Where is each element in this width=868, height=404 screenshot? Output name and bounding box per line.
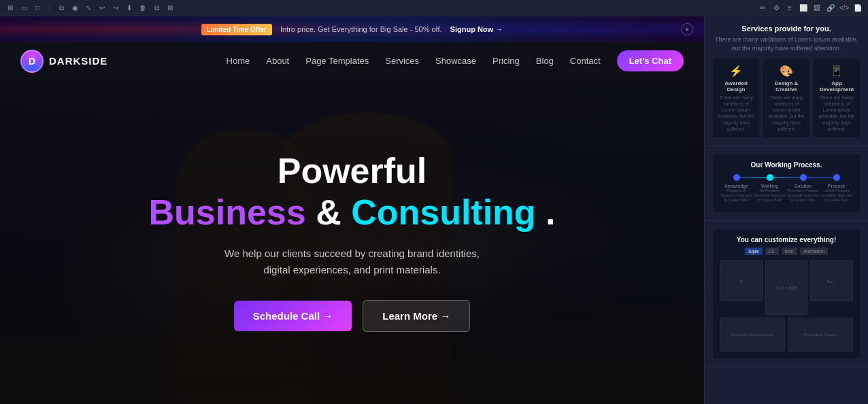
process-step-knowledge: Knowledge Present all Analysis Features … bbox=[720, 174, 753, 203]
app-text: There are many variations of Lorem Ipsum… bbox=[818, 95, 856, 132]
service-card-design: 🎨 Design & Creative There are many varia… bbox=[763, 59, 809, 137]
solution-label: Solution bbox=[795, 184, 812, 188]
nav-services[interactable]: Services bbox=[385, 56, 419, 66]
design-icon: 🎨 bbox=[767, 65, 805, 78]
hero-subtitle: We help our clients succeed by creating … bbox=[148, 246, 555, 278]
customize-tabs: Style CC Icon Animation bbox=[720, 248, 853, 255]
design-text: There are many variations of Lorem Ipsum… bbox=[767, 95, 805, 132]
process-line bbox=[736, 178, 837, 178]
services-cards-container: ⚡ Awarded Design There are many variatio… bbox=[713, 59, 860, 137]
image-placeholder-1: 5 bbox=[720, 260, 763, 301]
nav-links: Home About Page Templates Services Showc… bbox=[227, 50, 684, 71]
process-panel-section: Our Working Process. Knowledge Present a… bbox=[705, 146, 868, 222]
grid2-icon[interactable]: ⊞ bbox=[165, 3, 175, 13]
trash-icon[interactable]: 🗑 bbox=[138, 3, 148, 13]
hero-title-line2: Business & Consulting . bbox=[148, 193, 555, 232]
download-icon[interactable]: ⬇ bbox=[124, 3, 134, 13]
website-preview: Limited Time Offer Intro price. Get Ever… bbox=[0, 16, 704, 404]
nav-page-templates[interactable]: Page Templates bbox=[305, 56, 369, 66]
customize-preview: You can customize everything! Style CC I… bbox=[713, 229, 860, 358]
hero-word-consulting: Consulting bbox=[351, 192, 536, 232]
nav-showcase[interactable]: Showcase bbox=[435, 56, 476, 66]
nav-about[interactable]: About bbox=[266, 56, 289, 66]
file-icon[interactable]: 📄 bbox=[853, 3, 863, 13]
app-icon: 📱 bbox=[818, 65, 856, 78]
process-step-working: Working All Product Available features i… bbox=[753, 174, 786, 203]
hero-title-line1: Powerful bbox=[148, 152, 555, 190]
red-record-icon[interactable]: ⬜ bbox=[799, 3, 808, 13]
hero-connector: & bbox=[316, 192, 351, 232]
process-step-process: Process Latest Feature available feature… bbox=[820, 174, 853, 203]
process-step-solution: Solution Premium Feature available featu… bbox=[786, 174, 820, 203]
toolbar: ⊞ ▭ □ ⧉ ◉ ⤡ ↩ ↪ ⬇ 🗑 ⧉ ⊞ ✏ ⚙ ≡ ⬜ 🖼 🔗 </> … bbox=[0, 0, 868, 16]
toolbar-left-icons: ⊞ ▭ □ ⧉ ◉ ⤡ ↩ ↪ ⬇ 🗑 ⧉ ⊞ bbox=[5, 3, 752, 13]
nav-blog[interactable]: Blog bbox=[536, 56, 554, 66]
announcement-text: Intro price. Get Everything for Big Sale… bbox=[280, 25, 442, 33]
working-label: Working bbox=[761, 184, 779, 188]
image-icon[interactable]: 🖼 bbox=[812, 3, 822, 13]
code-icon[interactable]: </> bbox=[839, 3, 849, 13]
right-panel: Services provide for you. There are many… bbox=[704, 16, 868, 404]
schedule-call-button[interactable]: Schedule Call → bbox=[234, 301, 352, 331]
monitor-icon[interactable]: ▭ bbox=[19, 3, 29, 13]
main-layout: Limited Time Offer Intro price. Get Ever… bbox=[0, 16, 868, 404]
tab-animation[interactable]: Animation bbox=[800, 248, 828, 255]
redo-icon[interactable]: ↪ bbox=[111, 3, 120, 13]
logo-icon: D bbox=[20, 50, 44, 73]
app-title: App Development bbox=[818, 80, 856, 92]
image-placeholder-3: 81... bbox=[810, 260, 853, 301]
working-text: All Product Available features in Quasi-… bbox=[753, 188, 786, 203]
services-panel-section: Services provide for you. There are many… bbox=[705, 16, 868, 146]
knowledge-label: Knowledge bbox=[724, 184, 748, 188]
tab-icon[interactable]: Icon bbox=[782, 248, 797, 255]
toolbar-right-icons: ✏ ⚙ ≡ ⬜ 🖼 🔗 </> 📄 bbox=[758, 3, 863, 13]
copy-icon[interactable]: ⧉ bbox=[152, 3, 161, 13]
signup-link[interactable]: Signup Now → bbox=[450, 25, 503, 33]
learn-more-button[interactable]: Learn More → bbox=[363, 300, 470, 332]
eye-icon[interactable]: ◉ bbox=[70, 3, 80, 13]
hero-content: Powerful Business & Consulting . We help… bbox=[148, 152, 555, 332]
announcement-bar: Limited Time Offer Intro price. Get Ever… bbox=[0, 16, 704, 42]
awarded-text: There are many variations of Lorem Ipsum… bbox=[717, 95, 755, 132]
nav-pricing[interactable]: Pricing bbox=[493, 56, 520, 66]
process-steps: Knowledge Present all Analysis Features … bbox=[720, 174, 853, 203]
service-card-app: 📱 App Development There are many variati… bbox=[814, 59, 860, 137]
hero-subtitle-line1: We help our clients succeed by creating … bbox=[148, 246, 555, 262]
awarded-icon: ⚡ bbox=[717, 65, 755, 78]
customize-panel-section: You can customize everything! Style CC I… bbox=[705, 221, 868, 367]
grid-icon[interactable]: ⊞ bbox=[5, 3, 15, 13]
service-card-awarded: ⚡ Awarded Design There are many variatio… bbox=[713, 59, 759, 137]
settings-icon[interactable]: ⚙ bbox=[771, 3, 781, 13]
layers2-icon[interactable]: ≡ bbox=[785, 3, 795, 13]
close-button[interactable]: × bbox=[681, 23, 693, 35]
image-placeholder-4: Business Development bbox=[720, 318, 785, 352]
solution-text: Premium Feature available features in Qu… bbox=[786, 188, 820, 203]
knowledge-text: Present all Analysis Features in Quasi-S… bbox=[720, 188, 753, 203]
hero-section: Powerful Business & Consulting . We help… bbox=[0, 80, 704, 404]
limited-time-badge: Limited Time Offer bbox=[201, 24, 272, 35]
resize-icon[interactable]: ⤡ bbox=[84, 3, 93, 13]
phone-icon[interactable]: □ bbox=[33, 3, 42, 13]
nav-contact[interactable]: Contact bbox=[570, 56, 601, 66]
process-label: Process bbox=[828, 184, 845, 188]
logo-text: DARKSIDE bbox=[49, 55, 107, 67]
nav-home[interactable]: Home bbox=[227, 56, 250, 66]
tab-cc[interactable]: CC bbox=[765, 248, 779, 255]
edit-icon[interactable]: ✏ bbox=[758, 3, 767, 13]
design-title: Design & Creative bbox=[767, 80, 805, 92]
image-placeholder-2: 810 × 605 bbox=[765, 260, 808, 315]
image-grid: 5 810 × 605 81... bbox=[720, 260, 853, 315]
layers-icon[interactable]: ⧉ bbox=[56, 3, 66, 13]
awarded-title: Awarded Design bbox=[717, 80, 755, 92]
hero-word-business: Business bbox=[148, 192, 305, 232]
process-title: Our Working Process. bbox=[720, 161, 853, 169]
process-preview: Our Working Process. Knowledge Present a… bbox=[713, 154, 860, 213]
hero-subtitle-line2: digital experiences, and print materials… bbox=[148, 262, 555, 278]
process-text: Latest Feature available features in Qua… bbox=[820, 188, 853, 203]
nav-cta-button[interactable]: Let's Chat bbox=[617, 50, 684, 71]
tab-style[interactable]: Style bbox=[745, 248, 763, 255]
undo-icon[interactable]: ↩ bbox=[97, 3, 107, 13]
navigation: D DARKSIDE Home About Page Templates Ser… bbox=[0, 42, 704, 80]
link-icon[interactable]: 🔗 bbox=[826, 3, 835, 13]
hero-buttons: Schedule Call → Learn More → bbox=[148, 300, 555, 332]
